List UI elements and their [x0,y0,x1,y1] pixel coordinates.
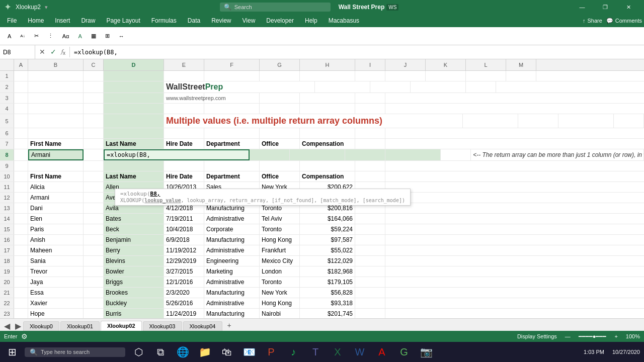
status-macro-icon[interactable]: ⚙ [21,332,28,340]
insert-function-btn[interactable]: 𝑓x [59,47,67,57]
cell-E6[interactable] [164,128,204,138]
cell-F9[interactable] [204,161,260,171]
menu-help[interactable]: Help [300,15,323,26]
cell-F4[interactable] [204,104,260,114]
cell-G3[interactable] [260,93,300,103]
col-header-J[interactable]: J [385,59,426,70]
cell-G2[interactable] [370,81,411,93]
cell-H3[interactable] [300,93,355,103]
cell-F6[interactable] [204,128,260,138]
menu-file[interactable]: File [2,15,22,26]
cell-I9[interactable] [355,161,385,171]
cell-H10[interactable]: Compensation [300,171,355,182]
confirm-formula-btn[interactable]: ✓ [48,47,58,57]
cell-A1[interactable] [14,71,28,81]
ribbon-btn-7[interactable]: ▦ [88,31,100,41]
cell-H9[interactable] [300,161,355,171]
zoom-in-btn[interactable]: + [614,333,617,339]
menu-view[interactable]: View [237,15,261,26]
menu-home[interactable]: Home [23,15,49,26]
cell-F3[interactable] [204,93,260,103]
ribbon-btn-6[interactable]: A [74,31,85,41]
cell-G8[interactable] [345,149,385,160]
cell-B10[interactable]: First Name [28,171,84,182]
taskbar-mail[interactable]: 📧 [240,343,258,361]
menu-insert[interactable]: Insert [50,15,75,26]
menu-review[interactable]: Review [206,15,236,26]
cell-I1[interactable] [355,71,385,81]
cell-B6[interactable] [28,128,84,138]
cell-A10[interactable] [14,171,28,182]
menu-draw[interactable]: Draw [76,15,100,26]
title-bar-controls[interactable]: — ❐ ✕ [571,0,640,14]
sheet-tab-xlookup02[interactable]: Xlookup02 [101,321,142,331]
col-header-C[interactable]: C [84,59,104,70]
cell-I7[interactable] [355,139,385,149]
taskbar-explorer[interactable]: 📁 [196,343,214,361]
cell-G4[interactable] [260,104,300,114]
cell-B1[interactable] [28,71,84,81]
cell-H8[interactable] [385,149,441,160]
cell-C3[interactable] [84,93,104,103]
cell-E8[interactable] [250,149,290,160]
taskbar-spotify[interactable]: ♪ [284,343,302,361]
cell-A4[interactable] [14,104,28,114]
prev-sheets-btn[interactable]: ◀ [2,321,12,331]
cell-D2[interactable] [104,81,164,93]
taskbar-cortana[interactable]: ⬡ [129,343,147,361]
cell-C4[interactable] [84,104,104,114]
cell-B7-header[interactable]: First Name [28,139,84,149]
cell-H2[interactable] [411,81,466,93]
cell-B3[interactable] [28,93,84,103]
cell-E3[interactable]: www.wallstreetprep.com [164,93,204,103]
add-sheet-btn[interactable]: + [223,320,235,331]
cell-D3[interactable] [104,93,164,103]
menu-data[interactable]: Data [183,15,205,26]
cell-E5-title[interactable]: Multiple values (i.e. multiple return ar… [164,114,463,128]
cell-D5[interactable] [104,114,164,128]
ribbon-btn-9[interactable]: ↔ [115,31,128,41]
col-header-A[interactable]: A [14,59,28,70]
sheet-tab-xlookup03[interactable]: Xlookup03 [143,321,182,331]
cell-F2[interactable] [315,81,370,93]
cell-F8[interactable] [290,149,345,160]
col-header-E[interactable]: E [164,59,204,70]
cell-G5[interactable] [518,114,558,128]
cell-A5[interactable] [14,114,28,128]
cell-B9[interactable] [28,161,84,171]
sheet-tab-xlookup01[interactable]: Xlookup01 [60,321,100,331]
ribbon-btn-5[interactable]: Aα [59,31,73,41]
cell-B2[interactable] [28,81,84,93]
share-btn[interactable]: ↑Share [583,18,602,24]
sheet-tab-xlookup0[interactable]: Xlookup0 [23,321,59,331]
cell-B8-armani[interactable]: Armani [28,149,84,160]
ribbon-btn-8[interactable]: ⊞ [102,31,113,41]
cell-E10[interactable]: Hire Date [164,171,204,182]
cell-A2[interactable] [14,81,28,93]
taskbar-teams[interactable]: T [306,343,325,361]
cell-H5[interactable] [558,114,614,128]
cell-D8-formula[interactable]: =xlookup(B8, [104,149,250,160]
cell-D10[interactable]: Last Name [104,171,164,182]
cell-A9[interactable] [14,161,28,171]
cell-G1[interactable] [260,71,300,81]
cell-D9[interactable] [104,161,164,171]
cell-D1[interactable] [104,71,164,81]
taskbar-greenshot[interactable]: G [395,343,413,361]
cell-E9[interactable] [164,161,204,171]
cell-G9[interactable] [260,161,300,171]
cell-E2[interactable]: WallStreetPrep [164,81,315,93]
taskbar-powerpoint[interactable]: P [262,343,280,361]
menu-pagelayout[interactable]: Page Layout [101,15,145,26]
taskbar-store[interactable]: 🛍 [218,343,236,361]
cell-I3[interactable] [355,93,385,103]
taskbar-edge[interactable]: 🌐 [174,343,192,361]
cell-A6[interactable] [14,128,28,138]
cell-A7[interactable] [14,139,28,149]
cell-G10[interactable]: Office [260,171,300,182]
cell-G6[interactable] [260,128,300,138]
cell-L1[interactable] [466,71,506,81]
cell-A8[interactable] [14,149,28,160]
cell-C10[interactable] [84,171,104,182]
cell-H4[interactable] [300,104,355,114]
